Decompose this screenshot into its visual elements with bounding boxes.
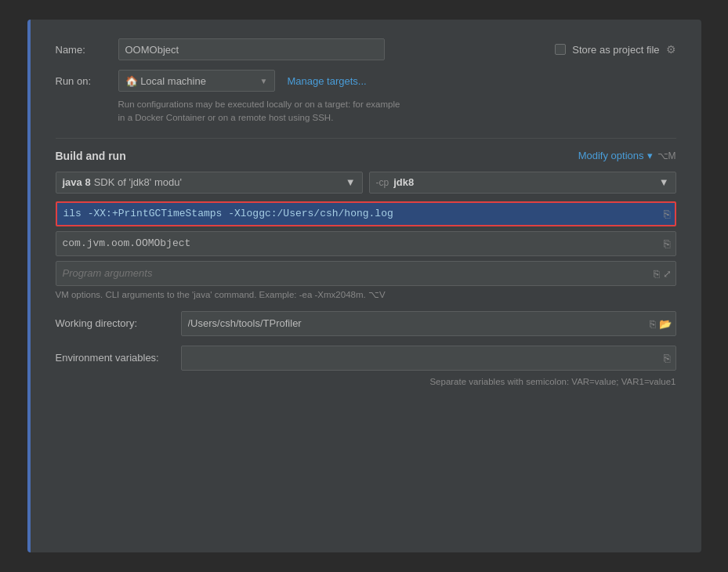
working-dir-input[interactable] — [181, 311, 676, 336]
chevron-down-icon: ▾ — [647, 150, 653, 161]
modify-shortcut: ⌥M — [657, 150, 676, 161]
env-hint: Separate variables with semicolon: VAR=v… — [56, 377, 676, 386]
cp-value: jdk8 — [393, 176, 414, 188]
sdk-caret: ▼ — [346, 176, 356, 188]
program-args-copy-icon[interactable]: ⎘ — [654, 267, 660, 279]
modify-options-label: Modify options — [578, 150, 644, 161]
modify-options-button[interactable]: Modify options ▾ — [578, 150, 653, 161]
vm-options-input[interactable]: ils -XX:+PrintGCTimeStamps -Xloggc:/User… — [56, 201, 676, 226]
dropdown-caret: ▼ — [260, 77, 268, 85]
run-on-label: Run on: — [56, 75, 118, 87]
sdk-version: java 8 — [63, 176, 91, 188]
main-class-row: ⎘ — [56, 231, 676, 256]
sdk-suffix: SDK of 'jdk8' modu' — [94, 176, 182, 188]
name-input[interactable] — [118, 38, 385, 60]
working-dir-row: Working directory: ⎘ 📂 — [56, 311, 676, 336]
cp-caret: ▼ — [659, 176, 669, 188]
home-icon: 🏠 — [125, 75, 138, 87]
vm-options-field: ils -XX:+PrintGCTimeStamps -Xloggc:/User… — [56, 201, 676, 226]
env-vars-input[interactable] — [181, 346, 676, 371]
run-on-row: Run on: 🏠 Local machine ▼ Manage targets… — [56, 70, 676, 92]
program-args-row: ⎘ ⤢ — [56, 261, 676, 286]
build-and-run-title: Build and run — [56, 150, 126, 162]
env-vars-row: Environment variables: ⎘ — [56, 346, 676, 371]
working-dir-copy-icon[interactable]: ⎘ — [650, 317, 656, 329]
vm-hint: VM options. CLI arguments to the 'java' … — [56, 289, 676, 300]
main-class-copy-icon[interactable]: ⎘ — [664, 237, 670, 250]
cp-prefix: -cp — [376, 177, 389, 188]
program-args-input[interactable] — [56, 261, 676, 286]
env-vars-copy-icon[interactable]: ⎘ — [664, 352, 670, 364]
working-dir-browse-icon[interactable]: 📂 — [659, 317, 672, 329]
main-class-input[interactable] — [56, 231, 676, 256]
vm-copy-icon[interactable]: ⎘ — [664, 208, 670, 220]
sdk-row: java 8 SDK of 'jdk8' modu' ▼ -cp jdk8 ▼ — [56, 172, 676, 194]
gear-icon[interactable]: ⚙ — [666, 43, 676, 56]
store-project-checkbox[interactable] — [555, 44, 566, 55]
run-on-dropdown[interactable]: 🏠 Local machine ▼ — [118, 70, 275, 92]
name-label: Name: — [56, 44, 118, 56]
hint-text: Run configurations may be executed local… — [118, 98, 676, 125]
env-vars-label: Environment variables: — [56, 352, 181, 364]
build-and-run-section-header: Build and run Modify options ▾ ⌥M — [56, 150, 676, 162]
section-divider — [56, 138, 676, 139]
store-project-label: Store as project file — [572, 44, 659, 56]
name-row: Name: Store as project file ⚙ — [56, 38, 676, 60]
run-configuration-panel: Name: Store as project file ⚙ Run on: 🏠 … — [27, 20, 701, 552]
vm-options-value: ils -XX:+PrintGCTimeStamps -Xloggc:/User… — [63, 208, 393, 219]
cp-dropdown[interactable]: -cp jdk8 ▼ — [369, 172, 676, 194]
store-project-row: Store as project file ⚙ — [555, 43, 675, 56]
working-dir-label: Working directory: — [56, 317, 181, 329]
program-args-expand-icon[interactable]: ⤢ — [663, 267, 672, 279]
manage-targets-link[interactable]: Manage targets... — [288, 75, 367, 87]
sdk-dropdown[interactable]: java 8 SDK of 'jdk8' modu' ▼ — [56, 172, 363, 194]
local-machine-text: Local machine — [140, 75, 206, 87]
